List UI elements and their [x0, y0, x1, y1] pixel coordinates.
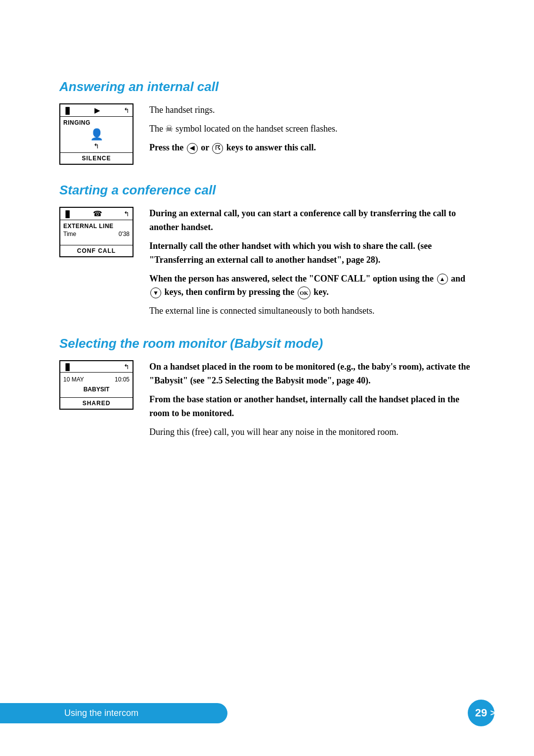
section-title-2: Starting a conference call	[59, 183, 475, 198]
section-starting-conference-call: Starting a conference call ▐▌ ☎ ↰ EXTERN…	[59, 183, 475, 318]
section-answering-internal-call: Answering an internal call ▐▌ ▶ ↰ RINGIN…	[59, 79, 475, 165]
section-title-3: Selecting the room monitor (Babysit mode…	[59, 336, 475, 351]
ringing-label: RINGING	[63, 119, 130, 126]
desc-p1-3: Press the ◀ or ☈ keys to answer this cal…	[149, 141, 475, 155]
phone-icon-2: ☎	[93, 209, 102, 218]
antenna-icon-1: ↰	[124, 106, 130, 114]
section-title-1: Answering an internal call	[59, 79, 475, 94]
section-body-2: ▐▌ ☎ ↰ EXTERNAL LINE Time 0'38 CONF CALL…	[59, 207, 475, 318]
clock-value: 10:05	[115, 376, 130, 383]
desc-p1-2: The ☠ symbol located on the handset scre…	[149, 122, 475, 136]
footer-page-badge: 29	[468, 700, 494, 726]
time-value: 0'38	[119, 231, 130, 237]
phone-screen-2: ▐▌ ☎ ↰ EXTERNAL LINE Time 0'38 CONF CALL	[59, 207, 134, 257]
signal-icon-1: ▐▌	[63, 107, 71, 114]
silence-bar-1: SILENCE	[60, 152, 133, 164]
footer-label: Using the intercom	[0, 703, 227, 723]
external-line-label: EXTERNAL LINE	[63, 223, 130, 230]
section-body-3: ▐▌ ↰ 10 MAY 10:05 BABYSIT SHARED On a ha…	[59, 360, 475, 439]
phone-top-bar-3: ▐▌ ↰	[60, 361, 133, 373]
desc-p2-1: During an external call, you can start a…	[149, 207, 475, 235]
antenna-icon-3: ↰	[124, 363, 130, 371]
desc-p2-2: Internally call the other handset with w…	[149, 239, 475, 267]
babysit-label: BABYSIT	[63, 385, 130, 394]
desc-p3-1: On a handset placed in the room to be mo…	[149, 360, 475, 388]
section-body-1: ▐▌ ▶ ↰ RINGING 👤 ↰ SILENCE The handset r…	[59, 103, 475, 165]
shared-bar: SHARED	[60, 397, 133, 409]
antenna-icon-2: ↰	[124, 210, 130, 218]
phone-time-row: Time 0'38	[63, 231, 130, 237]
phone-screen-3: ▐▌ ↰ 10 MAY 10:05 BABYSIT SHARED	[59, 360, 134, 410]
phone-screen-1: ▐▌ ▶ ↰ RINGING 👤 ↰ SILENCE	[59, 103, 134, 165]
conf-call-bar: CONF CALL	[60, 245, 133, 256]
desc-p2-4: The external line is connected simultane…	[149, 304, 475, 318]
desc-p1-1: The handset rings.	[149, 103, 475, 117]
desc-p3-2: From the base station or another handset…	[149, 393, 475, 421]
section-room-monitor: Selecting the room monitor (Babysit mode…	[59, 336, 475, 439]
person-icon-1: ▶	[94, 106, 100, 115]
phone-date-row: 10 MAY 10:05	[63, 376, 130, 383]
phone-body-1: RINGING 👤 ↰	[60, 117, 133, 152]
phone-body-2: EXTERNAL LINE Time 0'38	[60, 220, 133, 245]
phone-top-bar-1: ▐▌ ▶ ↰	[60, 104, 133, 117]
date-label: 10 MAY	[63, 376, 84, 383]
key-down-btn: ▼	[150, 287, 161, 298]
key-handset-btn: ☈	[212, 143, 223, 154]
ringing-person-icon: 👤	[63, 128, 130, 141]
desc-babysit: On a handset placed in the room to be mo…	[149, 360, 475, 439]
footer-bar: Using the intercom 29	[0, 700, 534, 726]
desc-answering: The handset rings. The ☠ symbol located …	[149, 103, 475, 155]
phone-body-3: 10 MAY 10:05 BABYSIT	[60, 373, 133, 397]
desc-p3-3: During this (free) call, you will hear a…	[149, 425, 475, 439]
signal-icon-3: ▐▌	[63, 363, 71, 371]
time-label: Time	[63, 231, 76, 237]
phone-top-bar-2: ▐▌ ☎ ↰	[60, 208, 133, 220]
signal-icon-2: ▐▌	[63, 210, 71, 218]
desc-p2-3: When the person has answered, select the…	[149, 272, 475, 300]
key-back-btn: ◀	[187, 143, 198, 154]
antenna-small-icon: ↰	[63, 142, 130, 150]
key-ok-btn: OK	[298, 286, 311, 299]
key-up-btn: ▲	[437, 274, 448, 284]
desc-conference: During an external call, you can start a…	[149, 207, 475, 318]
